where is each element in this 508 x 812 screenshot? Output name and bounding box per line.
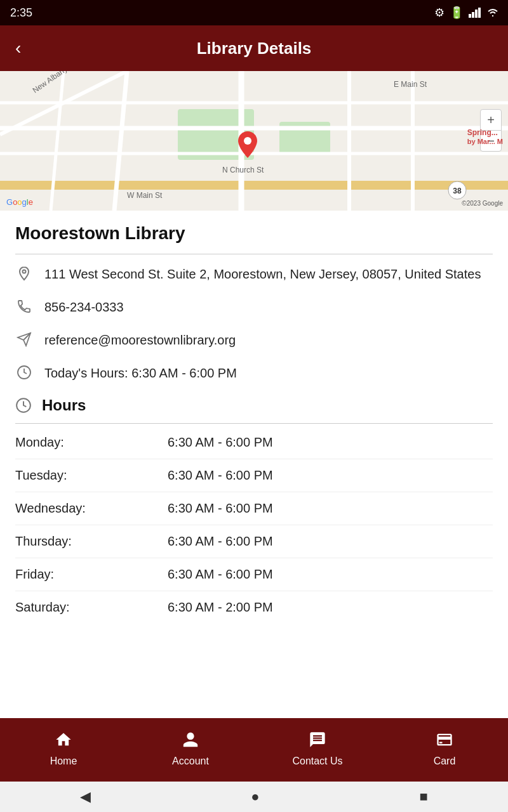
card-nav-label: Card (434, 756, 456, 767)
account-nav-label: Account (172, 756, 209, 767)
day-label: Monday: (15, 435, 168, 450)
card-nav-icon (436, 731, 453, 752)
svg-marker-1 (472, 12, 474, 18)
svg-rect-27 (439, 742, 443, 743)
today-hours-row: Today's Hours: 6:30 AM - 6:00 PM (15, 363, 493, 383)
map-container[interactable]: New Albany E Main St N Church St W Main … (0, 71, 508, 211)
nav-item-contact[interactable]: Contact Us (254, 726, 381, 772)
location-icon (15, 266, 33, 281)
bottom-nav: Home Account Contact Us Card (0, 718, 508, 782)
page-title: Library Details (197, 39, 312, 58)
android-home-button[interactable]: ● (251, 789, 259, 805)
svg-text:E Main St: E Main St (394, 80, 427, 89)
android-nav: ◀ ● ■ (0, 782, 508, 812)
contact-nav-label: Contact Us (292, 756, 342, 767)
svg-marker-2 (475, 10, 478, 18)
contact-nav-icon (309, 731, 326, 752)
svg-point-23 (244, 137, 251, 145)
svg-text:W Main St: W Main St (127, 191, 163, 200)
svg-marker-0 (469, 14, 471, 18)
nav-item-account[interactable]: Account (127, 726, 254, 772)
hours-row: Wednesday: 6:30 AM - 6:00 PM (15, 492, 493, 525)
zoom-in-button[interactable]: + (481, 110, 501, 130)
status-time: 2:35 (10, 6, 32, 20)
hours-section: Hours Monday: 6:30 AM - 6:00 PM Tuesday:… (15, 396, 493, 624)
status-bar: 2:35 ⚙ 🔋 (0, 0, 508, 25)
day-hours: 6:30 AM - 6:00 PM (168, 567, 273, 582)
day-label: Tuesday: (15, 468, 168, 483)
day-hours: 6:30 AM - 6:00 PM (168, 534, 273, 549)
hours-clock-icon (15, 397, 32, 414)
name-divider (15, 254, 493, 254)
home-nav-icon (55, 731, 72, 752)
day-label: Wednesday: (15, 501, 168, 516)
hours-row: Thursday: 6:30 AM - 6:00 PM (15, 525, 493, 558)
hours-table: Monday: 6:30 AM - 6:00 PM Tuesday: 6:30 … (15, 426, 493, 624)
hours-heading-text: Hours (42, 396, 86, 414)
android-recents-button[interactable]: ■ (420, 789, 428, 805)
address-row: 111 West Second St. Suite 2, Moorestown,… (15, 265, 493, 284)
status-icons: ⚙ 🔋 (434, 6, 498, 20)
map-spring-label: Spring... by Mar... M (467, 128, 503, 146)
address-text: 111 West Second St. Suite 2, Moorestown,… (44, 265, 481, 284)
hours-row: Tuesday: 6:30 AM - 6:00 PM (15, 459, 493, 492)
phone-icon (15, 299, 33, 314)
clock-icon (15, 365, 33, 380)
hours-divider (15, 423, 493, 424)
signal-icon (469, 8, 483, 18)
svg-marker-3 (478, 8, 481, 18)
top-bar: ‹ Library Details (0, 25, 508, 71)
wifi-icon (488, 8, 498, 18)
map-pin (238, 131, 257, 157)
main-content: Moorestown Library 111 West Second St. S… (0, 211, 508, 636)
day-hours: 6:30 AM - 6:00 PM (168, 501, 273, 516)
back-button[interactable]: ‹ (10, 33, 26, 63)
settings-icon: ⚙ (434, 6, 444, 20)
map-background: New Albany E Main St N Church St W Main … (0, 71, 508, 211)
svg-text:38: 38 (453, 187, 462, 195)
nav-item-home[interactable]: Home (0, 726, 127, 772)
svg-text:N Church St: N Church St (222, 166, 264, 174)
day-label: Saturday: (15, 600, 168, 615)
phone-row: 856-234-0333 (15, 298, 493, 317)
hours-row: Friday: 6:30 AM - 6:00 PM (15, 558, 493, 591)
home-nav-label: Home (50, 756, 77, 767)
battery-icon: 🔋 (450, 6, 464, 20)
android-back-button[interactable]: ◀ (80, 789, 91, 805)
hours-heading: Hours (15, 396, 493, 414)
day-hours: 6:30 AM - 6:00 PM (168, 435, 273, 450)
hours-row: Monday: 6:30 AM - 6:00 PM (15, 426, 493, 459)
phone-text: 856-234-0333 (44, 298, 124, 317)
email-row: reference@moorestownlibrary.org (15, 331, 493, 350)
hours-row: Saturday: 6:30 AM - 2:00 PM (15, 591, 493, 624)
svg-point-24 (23, 270, 26, 273)
account-nav-icon (182, 731, 199, 752)
day-hours: 6:30 AM - 2:00 PM (168, 600, 273, 615)
nav-item-card[interactable]: Card (381, 726, 508, 772)
today-hours-text: Today's Hours: 6:30 AM - 6:00 PM (44, 363, 237, 383)
library-name: Moorestown Library (15, 211, 493, 251)
day-label: Thursday: (15, 534, 168, 549)
day-label: Friday: (15, 567, 168, 582)
time-display: 2:35 (10, 6, 32, 20)
map-copyright: ©2023 Google (462, 200, 503, 207)
google-logo: Google (6, 197, 33, 207)
email-text: reference@moorestownlibrary.org (44, 331, 236, 350)
day-hours: 6:30 AM - 6:00 PM (168, 468, 273, 483)
email-icon (15, 332, 33, 347)
